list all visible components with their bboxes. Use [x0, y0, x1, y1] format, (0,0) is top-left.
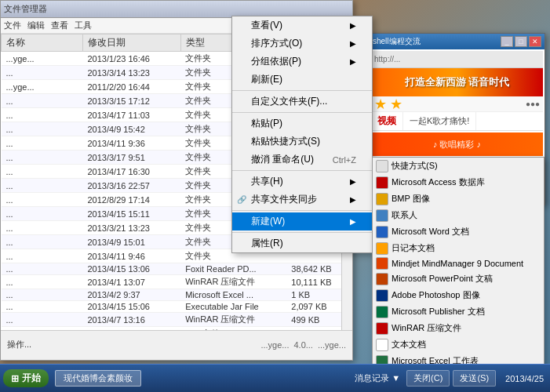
submenu-item-label: Adobe Photoshop 图像	[392, 289, 480, 301]
taskbar-right: 2013/4/25	[499, 374, 550, 383]
file-cell-0: 2013/4/17 16:30	[82, 165, 180, 179]
file-name-cell: ...yge...	[2, 80, 83, 94]
file-cell-0: 2013/4/9 15:42	[82, 122, 180, 136]
file-name-cell: ...	[2, 249, 83, 263]
submenu-item-10[interactable]: WinRAR 压缩文件	[373, 320, 544, 336]
context-menu-item-8[interactable]: 共享(H)▶	[232, 172, 372, 191]
version-label: 4.0...	[293, 340, 312, 350]
browser-icons: ★ ★ ●●●	[371, 96, 543, 112]
access-icon	[376, 176, 388, 189]
file-cell-1: WinRAR 压缩文件	[180, 275, 286, 289]
file-name-cell: ...	[2, 313, 83, 327]
menu-item-shortcut: Ctrl+Z	[333, 155, 356, 165]
minimize-button[interactable]: _	[501, 36, 513, 47]
file-name-cell: ...	[2, 221, 83, 235]
table-row[interactable]: ...2013/4/2 9:37Microsoft Excel ...1 KB	[2, 289, 352, 301]
file-cell-0: 2011/2/20 16:44	[82, 80, 180, 94]
file-cell-1: Executable Jar File	[180, 301, 286, 313]
close-chat-button[interactable]: 关闭(C)	[406, 370, 450, 387]
file-name-cell: ...	[2, 275, 83, 289]
submenu-item-7[interactable]: Microsoft PowerPoint 文稿	[373, 270, 544, 287]
context-menu-item-4[interactable]: 自定义文件夹(F)...	[232, 93, 372, 111]
context-menu-item-6[interactable]: 粘贴快捷方式(S)	[232, 132, 372, 151]
file-cell-0: 2013/3/21 13:23	[82, 221, 180, 235]
nav-video-label: 视频	[377, 114, 396, 128]
file-name-cell: ...	[2, 193, 83, 207]
shell-titlebar-buttons: _ □ ✕	[501, 36, 541, 47]
submenu-item-label: 联系人	[392, 209, 417, 221]
submenu-item-9[interactable]: Microsoft Publisher 文档	[373, 303, 544, 320]
file-cell-0: 2013/4/7 13:16	[82, 313, 180, 327]
shell-title: shell编程交流	[373, 36, 421, 47]
submenu-item-11[interactable]: 文本文档	[373, 336, 544, 353]
context-menu-item-3[interactable]: 刷新(E)	[232, 71, 372, 89]
menu-separator	[232, 90, 372, 91]
context-menu-item-7[interactable]: 撤消 重命名(U)Ctrl+Z	[232, 151, 372, 169]
submenu-item-2[interactable]: BMP 图像	[373, 191, 544, 207]
context-menu-item-0[interactable]: 查看(V)▶	[232, 16, 372, 34]
menu-item-label: 排序方式(O)	[251, 37, 302, 50]
submenu-item-5[interactable]: 日记本文档	[373, 240, 544, 256]
table-row[interactable]: ...2013/4/1 13:07WinRAR 压缩文件10,111 KB	[2, 275, 352, 289]
submenu-item-label: Mindjet MindManager 9 Document	[392, 259, 523, 268]
close-button[interactable]: ✕	[529, 36, 541, 47]
winrar-icon	[376, 322, 388, 335]
submenu-item-1[interactable]: Microsoft Access 数据库	[373, 174, 544, 191]
submenu-item-3[interactable]: 联系人	[373, 207, 544, 223]
submenu-item-6[interactable]: Mindjet MindManager 9 Document	[373, 256, 544, 270]
submenu-item-label: Microsoft Word 文档	[392, 226, 469, 238]
menu-item-label: 属性(R)	[251, 237, 283, 250]
msg-record-label[interactable]: 消息记录 ▼	[355, 372, 400, 384]
context-menu-item-5[interactable]: 粘贴(P)	[232, 114, 372, 132]
file-cell-0: 2013/3/15 17:12	[82, 94, 180, 108]
context-menu-item-1[interactable]: 排序方式(O)▶	[232, 34, 372, 53]
table-row[interactable]: ...2013/4/15 15:06Executable Jar File2,0…	[2, 301, 352, 313]
context-menu: 查看(V)▶排序方式(O)▶分组依据(P)▶刷新(E)自定义文件夹(F)...粘…	[231, 16, 373, 253]
context-menu-item-10[interactable]: 新建(W)▶	[232, 212, 372, 230]
file-name-cell: ...	[2, 165, 83, 179]
file-manager-statusbar: 操作... ...yge... 4.0... ...yge...	[1, 330, 352, 358]
browser-nav: 视频 一起K歌才痛快!	[371, 112, 543, 131]
table-row[interactable]: ...2013/4/15 13:06Foxit Reader PD...38,6…	[2, 263, 352, 275]
context-menu-item-2[interactable]: 分组依据(P)▶	[232, 53, 372, 71]
submenu-item-label: BMP 图像	[392, 193, 430, 205]
ad-text: 打造全新西游 语音时代	[405, 75, 510, 89]
file-name-cell: ...	[2, 289, 83, 301]
browser-status: ●●●	[526, 100, 540, 108]
col-name[interactable]: 名称	[2, 34, 83, 52]
submenu-arrow-icon: ▶	[350, 21, 356, 30]
taskbar-app-wedding[interactable]: 现代婚博会素颜妆	[55, 370, 141, 387]
menu-item-label: 查看(V)	[251, 19, 282, 32]
submenu-item-label: Microsoft PowerPoint 文稿	[392, 273, 493, 285]
table-row[interactable]: ...2013/4/8 13:21BIN 文件221,566 KB	[2, 327, 352, 331]
start-button[interactable]: ⊞ 开始	[3, 369, 49, 387]
nav-video[interactable]: 视频	[371, 112, 403, 130]
taskbar-datetime: 2013/4/25	[505, 374, 544, 383]
shortcut-icon	[376, 160, 388, 172]
submenu-item-0[interactable]: 快捷方式(S)	[373, 158, 544, 174]
send-button[interactable]: 发送(S)	[453, 370, 496, 387]
bmp-icon	[376, 193, 388, 205]
submenu-arrow-icon: ▶	[350, 217, 356, 226]
photoshop-icon	[376, 289, 388, 302]
context-menu-item-11[interactable]: 属性(R)	[232, 234, 372, 252]
maximize-button[interactable]: □	[515, 36, 527, 47]
journal-icon	[376, 242, 388, 255]
submenu-item-label: 日记本文档	[392, 242, 435, 254]
menu-item-label: 刷新(E)	[251, 73, 282, 86]
file-cell-0: 2013/4/2 9:37	[82, 289, 180, 301]
context-menu-item-9[interactable]: 🔗共享文件夹同步▶	[232, 191, 372, 209]
file-cell-0: 2013/4/9 15:01	[82, 235, 180, 249]
submenu-item-4[interactable]: Microsoft Word 文档	[373, 223, 544, 240]
txt-icon	[376, 339, 388, 351]
file-manager-title: 文件管理器	[4, 3, 47, 15]
submenu-item-8[interactable]: Adobe Photoshop 图像	[373, 287, 544, 303]
nav-karaoke[interactable]: 一起K歌才痛快!	[403, 112, 476, 130]
nav-karaoke-label: 一起K歌才痛快!	[410, 115, 469, 127]
file-cell-1: WinRAR 压缩文件	[180, 313, 286, 327]
submenu-new: 快捷方式(S)Microsoft Access 数据库BMP 图像联系人Micr…	[372, 157, 545, 392]
suffix-yge: ...yge...	[318, 340, 346, 350]
col-date[interactable]: 修改日期	[82, 34, 180, 52]
file-name-cell: ...	[2, 136, 83, 151]
table-row[interactable]: ...2013/4/7 13:16WinRAR 压缩文件499 KB	[2, 313, 352, 327]
